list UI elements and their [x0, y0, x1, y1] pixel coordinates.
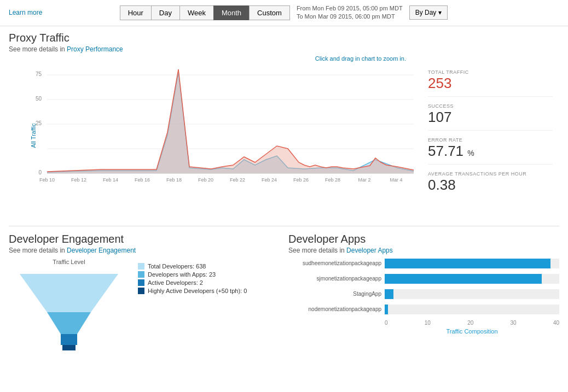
- svg-marker-9: [47, 72, 414, 173]
- bar-x-label: Traffic Composition: [385, 328, 559, 335]
- legend-label-total: Total Developers: 638: [148, 263, 206, 270]
- svg-rect-27: [62, 345, 76, 350]
- legend-item-highly-active: Highly Active Developers (+50 tph): 0: [138, 288, 247, 294]
- learn-more-link[interactable]: Learn more: [9, 9, 42, 16]
- legend-dot-highly-active: [138, 288, 144, 294]
- bar-row-3: StagingApp: [288, 289, 559, 299]
- svg-text:75: 75: [36, 71, 42, 77]
- svg-text:Feb 26: Feb 26: [293, 177, 309, 183]
- svg-text:Feb 14: Feb 14: [103, 177, 118, 183]
- bar-label-2: sjmonetizationpackageapp: [288, 276, 381, 282]
- chevron-down-icon: ▾: [438, 9, 442, 16]
- bottom-sections: Developer Engagement See more details in…: [9, 226, 559, 356]
- dev-engagement-title: Developer Engagement: [9, 233, 280, 245]
- svg-text:Feb 10: Feb 10: [39, 177, 55, 183]
- custom-button[interactable]: Custom: [249, 5, 290, 20]
- bar-row-4: nodemonetizationpackageapp: [288, 305, 559, 314]
- svg-text:Feb 12: Feb 12: [71, 177, 86, 183]
- x-tick-40: 40: [553, 320, 559, 326]
- success-stat: SUCCESS 107: [428, 103, 553, 131]
- legend-label-highly-active: Highly Active Developers (+50 tph): 0: [148, 288, 247, 294]
- legend-item-active: Active Developers: 2: [138, 279, 247, 286]
- date-from: From Mon Feb 09 2015, 05:00 pm MDT: [297, 4, 403, 13]
- bar-outer-2: [385, 274, 559, 284]
- svg-marker-10: [47, 69, 414, 173]
- svg-text:Feb 22: Feb 22: [230, 177, 245, 183]
- legend-label-active: Active Developers: 2: [148, 279, 203, 286]
- funnel-container: Traffic Level: [9, 259, 280, 356]
- legend-dot-active: [138, 279, 144, 286]
- dev-engagement-link[interactable]: Developer Engagement: [67, 247, 136, 254]
- svg-text:25: 25: [36, 120, 42, 126]
- funnel-title: Traffic Level: [53, 259, 85, 265]
- by-day-button[interactable]: By Day ▾: [409, 5, 448, 20]
- bar-outer-1: [385, 259, 559, 268]
- error-rate-stat: ERROR RATE 57.71 %: [428, 137, 553, 165]
- total-traffic-value: 253: [428, 75, 553, 92]
- svg-rect-26: [61, 334, 77, 345]
- bar-inner-1: [385, 259, 550, 268]
- by-day-label: By Day: [415, 9, 437, 16]
- svg-marker-24: [20, 274, 118, 312]
- x-tick-30: 30: [511, 320, 517, 326]
- success-value: 107: [428, 109, 553, 126]
- week-button[interactable]: Week: [179, 5, 214, 20]
- developer-engagement-section: Developer Engagement See more details in…: [9, 233, 280, 356]
- svg-text:Feb 28: Feb 28: [325, 177, 340, 183]
- bar-inner-2: [385, 274, 542, 284]
- chart-wrapper: All Traffic 75 50 25 0: [9, 64, 419, 217]
- traffic-chart[interactable]: 75 50 25 0: [25, 64, 419, 206]
- svg-text:50: 50: [36, 96, 42, 102]
- avg-tx-value: 0.38: [428, 177, 553, 194]
- zoom-hint: Click and drag in chart to zoom in.: [9, 55, 559, 62]
- developer-apps-section: Developer Apps See more details in Devel…: [288, 233, 559, 356]
- proxy-performance-link[interactable]: Proxy Performance: [67, 45, 123, 53]
- svg-text:0: 0: [38, 169, 42, 175]
- bar-row-2: sjmonetizationpackageapp: [288, 274, 559, 284]
- dev-apps-link[interactable]: Developer Apps: [346, 247, 393, 254]
- legend-dot-with-apps: [138, 271, 144, 278]
- proxy-traffic-title: Proxy Traffic: [9, 32, 559, 44]
- svg-text:Feb 20: Feb 20: [198, 177, 213, 183]
- bar-label-3: StagingApp: [288, 291, 381, 297]
- bar-outer-3: [385, 289, 559, 299]
- bar-label-1: sudheemonetizationpackageapp: [288, 260, 381, 266]
- bar-inner-4: [385, 305, 388, 314]
- bar-chart-area: sudheemonetizationpackageapp sjmonetizat…: [288, 259, 559, 335]
- funnel-svg: [14, 268, 124, 356]
- svg-text:Feb 16: Feb 16: [135, 177, 150, 183]
- svg-text:Feb 18: Feb 18: [166, 177, 182, 183]
- svg-text:Mar 2: Mar 2: [358, 177, 370, 183]
- proxy-traffic-section: Proxy Traffic See more details in Proxy …: [9, 32, 559, 217]
- bar-label-4: nodemonetizationpackageapp: [288, 306, 381, 312]
- traffic-chart-area: All Traffic 75 50 25 0: [9, 64, 559, 217]
- legend-item-total: Total Developers: 638: [138, 263, 247, 270]
- bar-x-axis: 0 10 20 30 40: [385, 320, 559, 326]
- dev-apps-title: Developer Apps: [288, 233, 559, 245]
- legend-label-with-apps: Developers with Apps: 23: [148, 271, 216, 278]
- y-axis-label: All Traffic: [30, 124, 37, 148]
- error-rate-label: ERROR RATE: [428, 137, 553, 143]
- dev-engagement-subtitle: See more details in Developer Engagement: [9, 247, 280, 254]
- total-traffic-label: TOTAL TRAFFIC: [428, 69, 553, 75]
- funnel-legend: Total Developers: 638 Developers with Ap…: [138, 263, 247, 296]
- stats-panel: TOTAL TRAFFIC 253 SUCCESS 107 ERROR RATE…: [419, 64, 561, 217]
- svg-marker-25: [47, 312, 91, 334]
- main-content: Proxy Traffic See more details in Proxy …: [0, 26, 568, 361]
- avg-tx-stat: AVERAGE TRANSACTIONS PER HOUR 0.38: [428, 171, 553, 198]
- top-bar: Learn more Hour Day Week Month Custom Fr…: [0, 0, 568, 26]
- error-rate-value: 57.71 %: [428, 143, 553, 160]
- bar-row-1: sudheemonetizationpackageapp: [288, 259, 559, 268]
- time-range-buttons: Hour Day Week Month Custom: [120, 5, 290, 20]
- hour-button[interactable]: Hour: [120, 5, 152, 20]
- date-to: To Mon Mar 09 2015, 06:00 pm MDT: [297, 13, 403, 21]
- x-tick-0: 0: [385, 320, 388, 326]
- month-button[interactable]: Month: [213, 5, 250, 20]
- svg-text:Mar 4: Mar 4: [390, 177, 402, 183]
- success-label: SUCCESS: [428, 103, 553, 109]
- date-range: From Mon Feb 09 2015, 05:00 pm MDT To Mo…: [297, 4, 403, 21]
- x-tick-20: 20: [467, 320, 473, 326]
- legend-item-with-apps: Developers with Apps: 23: [138, 271, 247, 278]
- day-button[interactable]: Day: [151, 5, 180, 20]
- legend-dot-total: [138, 263, 144, 270]
